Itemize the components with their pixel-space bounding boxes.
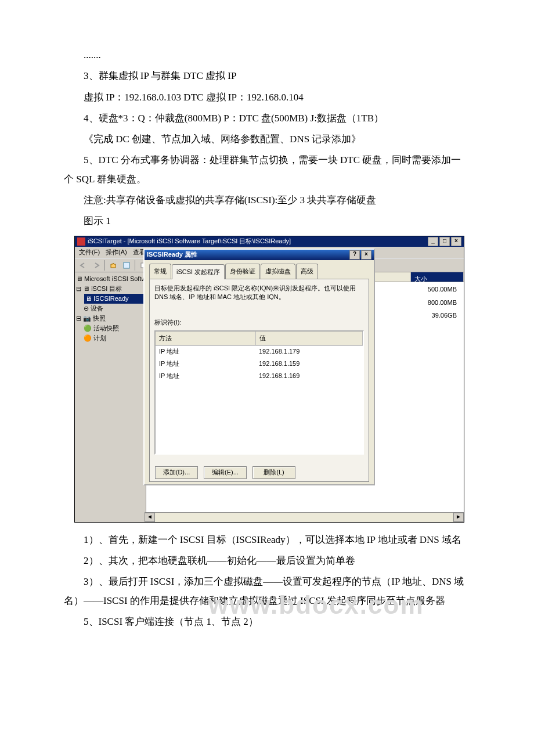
tab-initiator[interactable]: iSCSI 发起程序 xyxy=(172,264,225,279)
para-4: 4、硬盘*3：Q：仲裁盘(800MB) P：DTC 盘(500MB) J:数据盘… xyxy=(64,109,470,128)
app-icon xyxy=(77,237,85,246)
list-row[interactable]: IP 地址192.168.1.179 xyxy=(156,345,363,358)
menu-action[interactable]: 操作(A) xyxy=(104,246,129,259)
para-3: 3、群集虚拟 IP 与群集 DTC 虚拟 IP xyxy=(64,67,470,85)
scrollbar[interactable]: ◄ ► xyxy=(145,512,464,522)
para-brackets: 《完成 DC 创建、节点加入域、网络参数配置、DNS 记录添加》 xyxy=(64,130,470,149)
properties-dialog: ISCSIReady 属性 ? × 常规 iSCSI 发起程序 身份验证 虚拟磁… xyxy=(143,249,375,485)
tab-strip: 常规 iSCSI 发起程序 身份验证 虚拟磁盘 高级 xyxy=(149,264,369,279)
tree-root[interactable]: 🖥 Microsoft iSCSI Software Target xyxy=(76,274,145,284)
col-method[interactable]: 方法 xyxy=(156,332,256,345)
tree-targets[interactable]: ⊟ 🖥 iSCSI 目标 xyxy=(76,284,145,294)
initiator-desc: 目标使用发起程序的 iSCSI 限定名称(IQN)来识别发起程序。也可以使用 D… xyxy=(154,284,364,302)
list-row[interactable]: IP 地址192.168.1.159 xyxy=(156,358,363,370)
forward-icon[interactable] xyxy=(90,260,103,271)
up-icon[interactable] xyxy=(107,260,120,271)
screenshot-iscsi: www.bdocx.com iSCSITarget - [Microsoft i… xyxy=(74,236,464,523)
para-step1: 1）、首先，新建一个 ISCSI 目标（ISCSIReady），可以选择本地 I… xyxy=(64,531,470,549)
props-icon[interactable] xyxy=(120,260,133,271)
tree-devices[interactable]: ⊝ 设备 xyxy=(76,304,145,314)
add-button[interactable]: 添加(D)... xyxy=(155,466,198,479)
tree-snapshots[interactable]: ⊟ 📷 快照 xyxy=(76,314,145,323)
col-size[interactable]: 大小 xyxy=(411,272,464,282)
size-row: 500.00MB xyxy=(423,283,461,296)
dialog-close-button[interactable]: × xyxy=(361,250,371,260)
close-button[interactable]: × xyxy=(451,237,461,246)
para-ips: 虚拟 IP：192.168.0.103 DTC 虚拟 IP：192.168.0.… xyxy=(64,88,470,107)
svg-rect-0 xyxy=(124,262,129,268)
menu-file[interactable]: 文件(F) xyxy=(77,246,102,259)
size-values: 500.00MB 800.00MB 39.06GB xyxy=(423,283,461,323)
tree-active[interactable]: 🟢 活动快照 xyxy=(76,323,145,333)
back-icon[interactable] xyxy=(77,260,89,271)
col-value[interactable]: 值 xyxy=(256,332,363,345)
tab-vdisk[interactable]: 虚拟磁盘 xyxy=(261,264,295,279)
para-note: 注意:共享存储设备或虚拟的共享存储(ISCSI):至少 3 块共享存储硬盘 xyxy=(64,191,470,210)
watermark: www.bdocx.com xyxy=(208,591,424,620)
nav-tree: 🖥 Microsoft iSCSI Software Target ⊟ 🖥 iS… xyxy=(75,272,146,522)
tree-ready[interactable]: 🖥 ISCSIReady xyxy=(84,294,145,304)
tab-advanced[interactable]: 高级 xyxy=(296,264,318,279)
para-dots: ....... xyxy=(64,46,470,64)
para-5: 5、DTC 分布式事务协调器：处理群集节点切换，需要一块 DTC 硬盘，同时需要… xyxy=(64,151,470,189)
scroll-left-icon[interactable]: ◄ xyxy=(145,513,155,522)
size-row: 800.00MB xyxy=(423,296,461,309)
delete-button[interactable]: 删除(L) xyxy=(252,466,295,479)
tab-auth[interactable]: 身份验证 xyxy=(225,264,260,279)
edit-button[interactable]: 编辑(E)... xyxy=(204,466,247,479)
id-label: 标识符(I): xyxy=(154,316,364,329)
scroll-right-icon[interactable]: ► xyxy=(453,513,464,522)
minimize-button[interactable]: _ xyxy=(428,237,438,246)
maximize-button[interactable]: □ xyxy=(439,237,450,246)
tab-pane: 目标使用发起程序的 iSCSI 限定名称(IQN)来识别发起程序。也可以使用 D… xyxy=(149,279,369,482)
list-row[interactable]: IP 地址192.168.1.169 xyxy=(156,370,363,382)
size-row: 39.06GB xyxy=(423,309,461,322)
para-step2: 2）、其次，把本地硬盘联机——初始化——最后设置为简单卷 xyxy=(64,552,470,570)
dialog-title-bar: ISCSIReady 属性 ? × xyxy=(145,250,374,260)
dialog-title: ISCSIReady 属性 xyxy=(147,249,197,261)
identifier-list[interactable]: 方法 值 IP 地址192.168.1.179 IP 地址192.168.1.1… xyxy=(154,330,364,455)
tree-plan[interactable]: 🟠 计划 xyxy=(76,333,145,343)
dialog-help-button[interactable]: ? xyxy=(349,250,360,260)
tab-general[interactable]: 常规 xyxy=(149,264,171,279)
para-fig1: 图示 1 xyxy=(64,212,470,231)
